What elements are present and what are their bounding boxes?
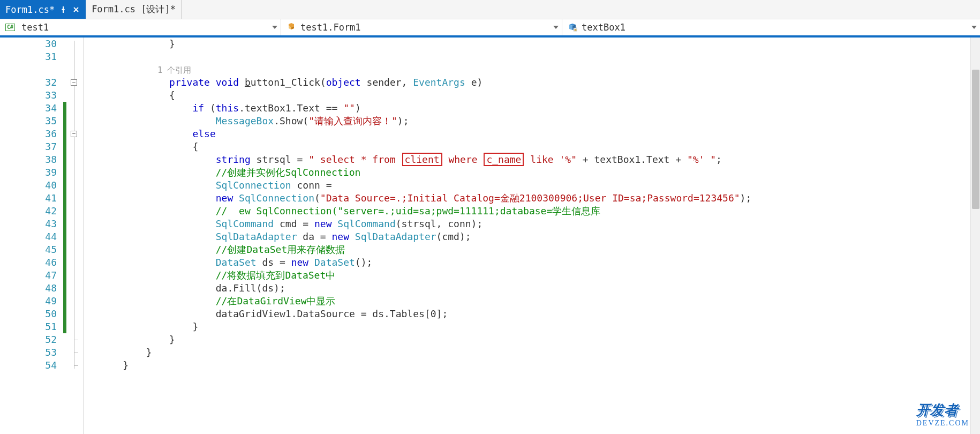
line-number: 38	[0, 153, 57, 166]
pin-icon[interactable]	[59, 5, 67, 14]
code-line[interactable]: }	[100, 346, 980, 359]
code-line[interactable]: dataGridView1.DataSource = ds.Tables[0];	[100, 308, 980, 320]
line-number: 44	[0, 230, 57, 243]
code-line[interactable]: }	[100, 359, 980, 372]
line-number: 40	[0, 179, 57, 192]
code-line[interactable]: //将数据填充到DataSet中	[100, 269, 980, 282]
line-number: 47	[0, 269, 57, 282]
fold-toggle[interactable]: −	[71, 131, 77, 137]
line-number: 41	[0, 192, 57, 205]
code-line[interactable]: {	[100, 89, 980, 102]
scrollbar-thumb[interactable]	[972, 70, 979, 209]
code-line[interactable]: if (this.textBox1.Text == "")	[100, 102, 980, 115]
tab-label: Form1.cs*	[5, 4, 55, 15]
nav-member[interactable]: textBox1	[562, 19, 980, 35]
line-number: 54	[0, 359, 57, 372]
code-line[interactable]: }	[100, 320, 980, 333]
line-number: 35	[0, 115, 57, 128]
class-icon	[287, 23, 296, 32]
code-line[interactable]: string strsql = " select * from client w…	[100, 153, 980, 166]
line-number: 42	[0, 205, 57, 218]
code-line[interactable]: private void button1_Click(object sender…	[100, 76, 980, 89]
nav-namespace-label: test1	[21, 22, 49, 33]
code-line[interactable]: //创建并实例化SqlConnection	[100, 166, 980, 179]
change-indicator-gutter	[63, 38, 69, 434]
code-line[interactable]: SqlConnection conn =	[100, 179, 980, 192]
folding-gutter: −−	[69, 38, 84, 434]
line-number: 45	[0, 243, 57, 256]
line-number: 46	[0, 256, 57, 269]
vertical-scrollbar[interactable]	[970, 38, 980, 434]
code-line[interactable]: DataSet ds = new DataSet();	[100, 256, 980, 269]
line-number: 31	[0, 50, 57, 63]
tab-form1-cs[interactable]: Form1.cs*	[0, 0, 86, 19]
line-number: 43	[0, 218, 57, 230]
nav-namespace[interactable]: C# test1	[0, 19, 281, 35]
fold-toggle[interactable]: −	[71, 79, 77, 86]
navigation-bar: C# test1 test1.Form1 textBox1	[0, 19, 980, 38]
code-line[interactable]: SqlCommand cmd = new SqlCommand(strsql, …	[100, 218, 980, 230]
line-number: 52	[0, 333, 57, 346]
chevron-down-icon	[971, 26, 977, 29]
code-line[interactable]: //创建DataSet用来存储数据	[100, 243, 980, 256]
code-line[interactable]: // ew SqlConnection("server=.;uid=sa;pwd…	[100, 205, 980, 218]
change-bar	[63, 102, 66, 333]
code-line[interactable]: SqlDataAdapter da = new SqlDataAdapter(c…	[100, 230, 980, 243]
line-number: 33	[0, 89, 57, 102]
line-number: 36	[0, 128, 57, 140]
code-line[interactable]: MessageBox.Show("请输入查询内容！");	[100, 115, 980, 128]
line-number: 39	[0, 166, 57, 179]
line-number: 53	[0, 346, 57, 359]
line-number-gutter: 3031323334353637383940414243444546474849…	[0, 38, 63, 434]
codelens-reference[interactable]: 1 个引用	[100, 65, 191, 75]
close-icon[interactable]	[72, 5, 80, 14]
code-line[interactable]: }	[100, 38, 980, 50]
field-icon	[568, 23, 577, 32]
nav-class-label: test1.Form1	[300, 22, 361, 33]
code-area[interactable]: } 1 个引用 private void button1_Click(objec…	[84, 38, 980, 434]
csharp-icon: C#	[5, 24, 15, 31]
line-number: 51	[0, 320, 57, 333]
code-line[interactable]	[100, 50, 980, 63]
tab-label: Form1.cs [设计]*	[92, 3, 176, 16]
line-number: 34	[0, 102, 57, 115]
code-line[interactable]: }	[100, 333, 980, 346]
code-editor[interactable]: 3031323334353637383940414243444546474849…	[0, 38, 980, 434]
line-number: 49	[0, 295, 57, 308]
chevron-down-icon	[553, 26, 559, 29]
code-line[interactable]: da.Fill(ds);	[100, 282, 980, 295]
line-number: 30	[0, 38, 57, 50]
code-line[interactable]: else	[100, 128, 980, 140]
nav-member-label: textBox1	[582, 22, 625, 33]
code-line[interactable]: {	[100, 140, 980, 153]
tab-form1-design[interactable]: Form1.cs [设计]*	[86, 0, 182, 19]
nav-class[interactable]: test1.Form1	[281, 19, 562, 35]
line-number: 32	[0, 76, 57, 89]
code-line[interactable]: new SqlConnection("Data Source=.;Initial…	[100, 192, 980, 205]
line-number: 50	[0, 308, 57, 320]
code-line[interactable]: //在DataGirdView中显示	[100, 295, 980, 308]
chevron-down-icon	[272, 26, 277, 29]
svg-rect-1	[575, 29, 577, 31]
tab-bar: Form1.cs* Form1.cs [设计]*	[0, 0, 980, 19]
line-number: 48	[0, 282, 57, 295]
line-number: 37	[0, 140, 57, 153]
